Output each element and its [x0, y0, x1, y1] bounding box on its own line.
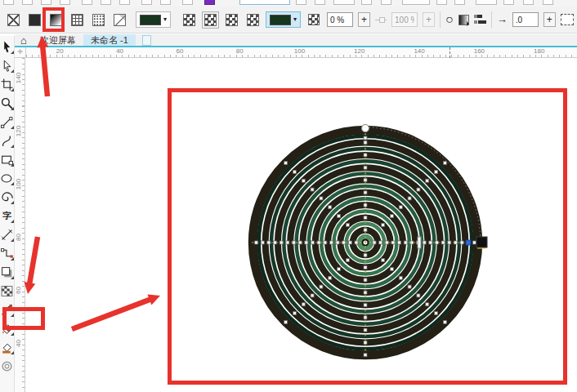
- arrow-right-icon: →: [497, 14, 508, 25]
- app-window: ▾ ▾ + + ○ → + ◯ ⌂ 欢迎屏幕 未命名 -1 字: [0, 0, 577, 392]
- toolbar-icon-cut[interactable]: [204, 0, 215, 5]
- toolbar-icon-cut[interactable]: [60, 0, 70, 5]
- text-tool[interactable]: 字: [1, 210, 13, 222]
- vruler-number: 120: [15, 123, 22, 140]
- node-pattern-button[interactable]: [306, 10, 322, 29]
- toolbar-icon-cut[interactable]: [381, 0, 391, 5]
- toolbar-icon-cut[interactable]: [141, 0, 152, 5]
- fill-angle-input[interactable]: [512, 12, 539, 27]
- node-transparency-input[interactable]: [327, 12, 353, 27]
- vruler-number: 40: [15, 336, 22, 352]
- fill-arrange-icon[interactable]: [474, 15, 486, 24]
- toolbar-icon-cut[interactable]: [41, 0, 51, 5]
- ellipse-tool[interactable]: [1, 172, 13, 185]
- free-scale-skew-icon[interactable]: ○: [445, 14, 454, 25]
- drop-shadow-tool[interactable]: [1, 266, 13, 278]
- checker-icon: [308, 14, 320, 25]
- cursor-position-marker: [450, 47, 450, 58]
- toolbar-icon-cut[interactable]: [402, 0, 430, 5]
- highlight-gradient-fill-button: [42, 7, 65, 32]
- outline-tool[interactable]: [1, 360, 13, 372]
- crop-tool[interactable]: [1, 78, 13, 91]
- fountain-type-conical-button[interactable]: [223, 10, 239, 29]
- fill-angle-stepper[interactable]: +: [543, 12, 556, 27]
- tab-welcome-screen[interactable]: 欢迎屏幕: [33, 34, 83, 46]
- node-transparency-stepper[interactable]: +: [358, 12, 370, 27]
- checker-icon: [204, 14, 217, 26]
- toolbar-icon-cut[interactable]: [239, 0, 290, 5]
- tab-page-icon[interactable]: [142, 35, 151, 46]
- toolbar-icon-cut[interactable]: [454, 0, 465, 5]
- smart-fill-tool[interactable]: [1, 341, 13, 354]
- toolbar-icon-cut[interactable]: [333, 0, 355, 5]
- checker-icon: [247, 14, 259, 26]
- checker-icon: [226, 14, 238, 26]
- toolbar-icon-cut[interactable]: [182, 0, 193, 5]
- spiral-tool[interactable]: [1, 191, 13, 203]
- vruler-number: 140: [15, 70, 22, 87]
- tab-untitled-1[interactable]: 未命名 -1: [83, 34, 136, 46]
- node-color-picker[interactable]: ▾: [266, 11, 301, 28]
- checker-icon: [183, 14, 195, 26]
- toolbar-icon-cut[interactable]: [119, 0, 130, 5]
- standard-toolbar-cut: [0, 0, 577, 7]
- uniform-fill-button[interactable]: [26, 10, 42, 29]
- toolbar-icon-cut[interactable]: [543, 0, 553, 5]
- postscript-fill-button[interactable]: [111, 10, 127, 29]
- toolbar-icon-cut[interactable]: [315, 0, 325, 5]
- zoom-tool[interactable]: [1, 97, 13, 109]
- hruler-number: 60: [176, 47, 183, 55]
- caret-down-icon: ▾: [163, 16, 167, 23]
- horizontal-ruler[interactable]: 20406080100120140160180: [26, 47, 577, 58]
- toolbar-icon-cut[interactable]: [22, 0, 33, 5]
- uniform-fill-icon: [29, 14, 41, 26]
- dimension-tool[interactable]: [1, 229, 13, 241]
- toolbar-icon-cut[interactable]: [101, 0, 111, 5]
- toolbar-icon-cut[interactable]: [476, 0, 497, 5]
- pick-tool[interactable]: [1, 41, 13, 53]
- fill-color-picker[interactable]: ▾: [136, 11, 171, 28]
- wrap-fill-icon[interactable]: [561, 14, 574, 25]
- highlight-page: [168, 88, 567, 385]
- edge-pad-input[interactable]: [391, 12, 418, 27]
- edge-pad-stepper: +: [423, 12, 435, 27]
- midpoint-node-icon: [375, 16, 387, 24]
- highlight-fill-tool: [2, 307, 45, 330]
- shape-tool[interactable]: [1, 60, 13, 72]
- hruler-number: 120: [354, 47, 365, 55]
- toolbar-icon-cut[interactable]: [82, 0, 92, 5]
- property-bar: ▾ ▾ + + ○ → + ◯: [0, 7, 577, 33]
- vruler-number: 80: [15, 229, 22, 246]
- smooth-transition-icon[interactable]: [458, 15, 469, 25]
- no-fill-button[interactable]: [5, 10, 21, 29]
- vertical-ruler[interactable]: 140120100806040: [15, 58, 25, 392]
- no-fill-icon: [7, 14, 20, 26]
- hruler-number: 40: [116, 47, 123, 55]
- transparency-tool[interactable]: [1, 285, 13, 297]
- toolbar-icon-cut[interactable]: [160, 0, 171, 5]
- connector-tool[interactable]: [1, 247, 13, 260]
- hruler-number: 180: [534, 47, 544, 55]
- hruler-number: 160: [474, 47, 485, 55]
- toolbar-icon-cut[interactable]: [436, 0, 447, 5]
- caret-down-icon: ▾: [293, 16, 297, 23]
- toolbar-icon-cut[interactable]: [3, 0, 14, 5]
- freehand-tool[interactable]: [1, 116, 13, 128]
- toolbar-icon-cut[interactable]: [361, 0, 372, 5]
- fountain-type-linear-button[interactable]: [181, 10, 197, 29]
- pattern-fill-button[interactable]: [69, 10, 85, 29]
- postscript-fill-icon: [114, 14, 126, 26]
- toolbar-icon-cut[interactable]: [296, 0, 306, 5]
- toolbar-icon-cut[interactable]: [523, 0, 534, 5]
- toolbar-icon-cut[interactable]: [503, 0, 514, 5]
- home-icon[interactable]: ⌂: [15, 35, 33, 46]
- fountain-type-rectangular-button[interactable]: [244, 10, 261, 29]
- fountain-type-elliptical-button[interactable]: [202, 10, 218, 29]
- rectangle-tool[interactable]: [1, 154, 13, 166]
- ruler-origin[interactable]: ✛: [15, 47, 26, 58]
- separator: [491, 11, 492, 28]
- separator: [440, 11, 441, 28]
- texture-fill-button[interactable]: [90, 10, 106, 29]
- bspline-tool[interactable]: [1, 135, 13, 147]
- hruler-number: 20: [56, 47, 64, 55]
